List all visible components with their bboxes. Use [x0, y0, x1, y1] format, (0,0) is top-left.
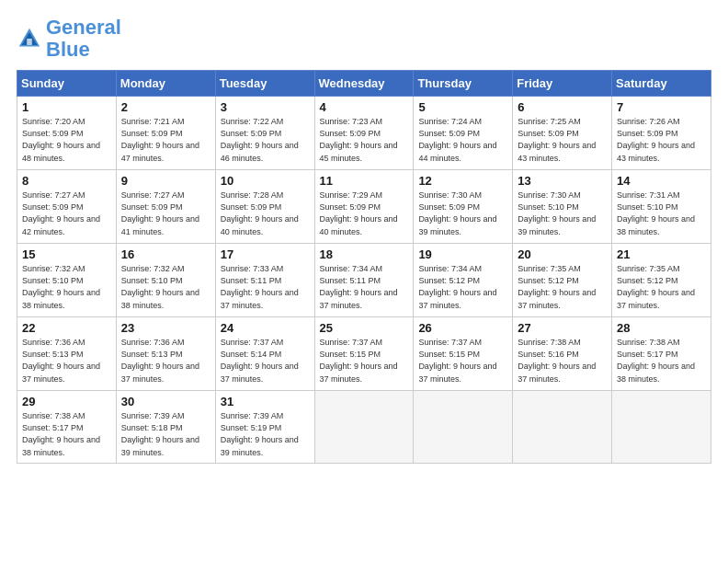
day-number: 6 [518, 100, 607, 114]
day-info: Sunrise: 7:30 AMSunset: 5:10 PMDaylight:… [518, 190, 607, 237]
day-number: 14 [617, 174, 706, 188]
day-info: Sunrise: 7:35 AMSunset: 5:12 PMDaylight:… [518, 263, 607, 311]
calendar-cell: 14Sunrise: 7:31 AMSunset: 5:10 PMDayligh… [612, 170, 711, 244]
calendar-week-row: 29Sunrise: 7:38 AMSunset: 5:17 PMDayligh… [17, 391, 711, 463]
calendar-header-row: SundayMondayTuesdayWednesdayThursdayFrid… [17, 71, 711, 97]
weekday-header-thursday: Thursday [414, 71, 513, 97]
calendar-cell: 9Sunrise: 7:27 AMSunset: 5:09 PMDaylight… [116, 170, 215, 244]
day-number: 20 [518, 247, 607, 261]
calendar-cell: 20Sunrise: 7:35 AMSunset: 5:12 PMDayligh… [513, 244, 612, 317]
day-info: Sunrise: 7:35 AMSunset: 5:12 PMDaylight:… [617, 263, 706, 311]
calendar-cell: 23Sunrise: 7:36 AMSunset: 5:13 PMDayligh… [116, 317, 215, 391]
calendar-cell: 17Sunrise: 7:33 AMSunset: 5:11 PMDayligh… [215, 244, 314, 317]
day-info: Sunrise: 7:37 AMSunset: 5:15 PMDaylight:… [320, 337, 409, 385]
calendar-week-row: 15Sunrise: 7:32 AMSunset: 5:10 PMDayligh… [17, 244, 711, 317]
day-info: Sunrise: 7:34 AMSunset: 5:12 PMDaylight:… [418, 263, 507, 311]
day-number: 30 [121, 395, 210, 408]
day-info: Sunrise: 7:31 AMSunset: 5:10 PMDaylight:… [617, 190, 706, 237]
logo-text: GeneralBlue [46, 17, 121, 61]
day-number: 28 [617, 321, 706, 335]
day-number: 26 [418, 321, 507, 335]
day-number: 11 [320, 174, 409, 188]
calendar-body: 1Sunrise: 7:20 AMSunset: 5:09 PMDaylight… [17, 97, 711, 463]
calendar-cell: 8Sunrise: 7:27 AMSunset: 5:09 PMDaylight… [17, 170, 117, 244]
calendar-cell [314, 391, 414, 463]
calendar-week-row: 1Sunrise: 7:20 AMSunset: 5:09 PMDaylight… [17, 97, 711, 170]
day-number: 25 [320, 321, 409, 335]
day-number: 10 [221, 174, 310, 188]
calendar-cell: 4Sunrise: 7:23 AMSunset: 5:09 PMDaylight… [314, 97, 414, 170]
day-info: Sunrise: 7:32 AMSunset: 5:10 PMDaylight:… [121, 263, 210, 311]
day-number: 3 [221, 100, 310, 114]
day-number: 17 [221, 247, 310, 261]
day-info: Sunrise: 7:37 AMSunset: 5:15 PMDaylight:… [418, 337, 507, 385]
calendar-cell [612, 391, 711, 463]
day-info: Sunrise: 7:22 AMSunset: 5:09 PMDaylight:… [221, 116, 310, 164]
calendar-cell: 11Sunrise: 7:29 AMSunset: 5:09 PMDayligh… [314, 170, 414, 244]
calendar-cell: 30Sunrise: 7:39 AMSunset: 5:18 PMDayligh… [116, 391, 215, 463]
logo: GeneralBlue [17, 17, 121, 61]
calendar-cell: 25Sunrise: 7:37 AMSunset: 5:15 PMDayligh… [314, 317, 414, 391]
day-number: 18 [320, 247, 409, 261]
day-info: Sunrise: 7:36 AMSunset: 5:13 PMDaylight:… [22, 337, 111, 385]
day-info: Sunrise: 7:39 AMSunset: 5:19 PMDaylight:… [221, 410, 310, 458]
day-number: 27 [518, 321, 607, 335]
day-info: Sunrise: 7:21 AMSunset: 5:09 PMDaylight:… [121, 116, 210, 164]
day-info: Sunrise: 7:23 AMSunset: 5:09 PMDaylight:… [320, 116, 409, 164]
calendar-cell: 10Sunrise: 7:28 AMSunset: 5:09 PMDayligh… [215, 170, 314, 244]
calendar-cell: 29Sunrise: 7:38 AMSunset: 5:17 PMDayligh… [17, 391, 117, 463]
calendar-cell: 26Sunrise: 7:37 AMSunset: 5:15 PMDayligh… [414, 317, 513, 391]
day-number: 7 [617, 100, 706, 114]
calendar-cell: 5Sunrise: 7:24 AMSunset: 5:09 PMDaylight… [414, 97, 513, 170]
calendar-cell: 6Sunrise: 7:25 AMSunset: 5:09 PMDaylight… [513, 97, 612, 170]
day-info: Sunrise: 7:24 AMSunset: 5:09 PMDaylight:… [418, 116, 507, 164]
calendar-cell [414, 391, 513, 463]
day-number: 2 [121, 100, 210, 114]
day-info: Sunrise: 7:26 AMSunset: 5:09 PMDaylight:… [617, 116, 706, 164]
calendar-cell: 22Sunrise: 7:36 AMSunset: 5:13 PMDayligh… [17, 317, 117, 391]
day-info: Sunrise: 7:30 AMSunset: 5:09 PMDaylight:… [418, 190, 507, 237]
calendar-cell: 31Sunrise: 7:39 AMSunset: 5:19 PMDayligh… [215, 391, 314, 463]
day-info: Sunrise: 7:27 AMSunset: 5:09 PMDaylight:… [22, 190, 111, 237]
calendar-cell: 1Sunrise: 7:20 AMSunset: 5:09 PMDaylight… [17, 97, 117, 170]
day-number: 12 [418, 174, 507, 188]
day-info: Sunrise: 7:38 AMSunset: 5:16 PMDaylight:… [518, 337, 607, 385]
calendar-week-row: 22Sunrise: 7:36 AMSunset: 5:13 PMDayligh… [17, 317, 711, 391]
header: GeneralBlue [17, 17, 711, 61]
day-number: 31 [221, 395, 310, 408]
day-info: Sunrise: 7:36 AMSunset: 5:13 PMDaylight:… [121, 337, 210, 385]
day-info: Sunrise: 7:29 AMSunset: 5:09 PMDaylight:… [320, 190, 409, 237]
day-info: Sunrise: 7:20 AMSunset: 5:09 PMDaylight:… [22, 116, 111, 164]
day-number: 16 [121, 247, 210, 261]
day-info: Sunrise: 7:37 AMSunset: 5:14 PMDaylight:… [221, 337, 310, 385]
day-info: Sunrise: 7:34 AMSunset: 5:11 PMDaylight:… [320, 263, 409, 311]
calendar-cell: 2Sunrise: 7:21 AMSunset: 5:09 PMDaylight… [116, 97, 215, 170]
day-number: 24 [221, 321, 310, 335]
weekday-header-sunday: Sunday [17, 71, 117, 97]
weekday-header-monday: Monday [116, 71, 215, 97]
calendar-table: SundayMondayTuesdayWednesdayThursdayFrid… [17, 70, 711, 463]
day-number: 13 [518, 174, 607, 188]
day-info: Sunrise: 7:27 AMSunset: 5:09 PMDaylight:… [121, 190, 210, 237]
day-number: 5 [418, 100, 507, 114]
day-number: 29 [22, 395, 111, 408]
calendar-cell: 16Sunrise: 7:32 AMSunset: 5:10 PMDayligh… [116, 244, 215, 317]
calendar-cell: 13Sunrise: 7:30 AMSunset: 5:10 PMDayligh… [513, 170, 612, 244]
logo-icon [17, 26, 42, 52]
calendar-week-row: 8Sunrise: 7:27 AMSunset: 5:09 PMDaylight… [17, 170, 711, 244]
day-number: 22 [22, 321, 111, 335]
page: GeneralBlue SundayMondayTuesdayWednesday… [0, 0, 728, 563]
calendar-cell: 18Sunrise: 7:34 AMSunset: 5:11 PMDayligh… [314, 244, 414, 317]
day-info: Sunrise: 7:39 AMSunset: 5:18 PMDaylight:… [121, 410, 210, 458]
day-number: 4 [320, 100, 409, 114]
calendar-cell: 7Sunrise: 7:26 AMSunset: 5:09 PMDaylight… [612, 97, 711, 170]
day-info: Sunrise: 7:32 AMSunset: 5:10 PMDaylight:… [22, 263, 111, 311]
weekday-header-tuesday: Tuesday [215, 71, 314, 97]
day-info: Sunrise: 7:25 AMSunset: 5:09 PMDaylight:… [518, 116, 607, 164]
calendar-cell: 12Sunrise: 7:30 AMSunset: 5:09 PMDayligh… [414, 170, 513, 244]
calendar-cell: 27Sunrise: 7:38 AMSunset: 5:16 PMDayligh… [513, 317, 612, 391]
weekday-header-saturday: Saturday [612, 71, 711, 97]
calendar-cell: 19Sunrise: 7:34 AMSunset: 5:12 PMDayligh… [414, 244, 513, 317]
calendar-cell: 24Sunrise: 7:37 AMSunset: 5:14 PMDayligh… [215, 317, 314, 391]
day-number: 1 [22, 100, 111, 114]
